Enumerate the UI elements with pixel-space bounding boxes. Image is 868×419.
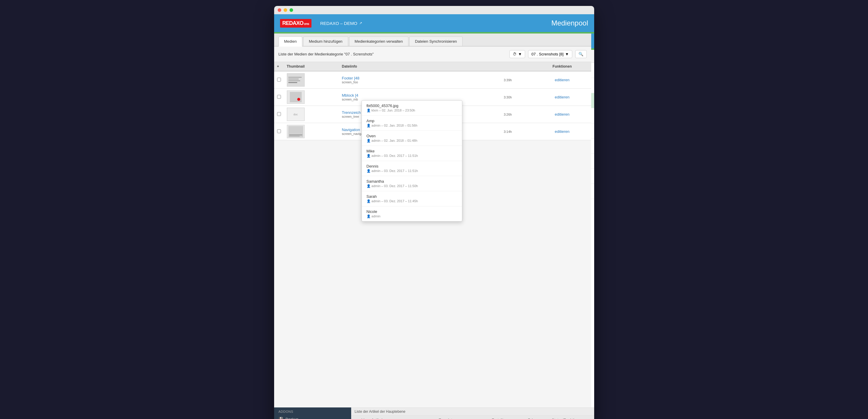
dropdown-item-name: Nicole xyxy=(367,209,457,214)
col-funktionen: Funktionen xyxy=(533,62,591,71)
dropdown-item-meta: 👤 admin – 03. Dez. 2017 – 11:50h xyxy=(367,184,457,188)
file-meta: screen_foo xyxy=(342,80,484,84)
edit-link[interactable]: editieren xyxy=(555,95,569,99)
user-icon: 👤 xyxy=(367,139,371,142)
clock-filter-button[interactable]: ⏱ ▼ xyxy=(509,50,525,58)
dropdown-item[interactable]: fbt5000_45376.jpg 👤 klxm – 02. Jun. 2018… xyxy=(362,100,462,116)
sidebar-bottom: AddOns 💾 Backup xyxy=(274,408,351,419)
app-container: REDAXOcms REDAXO – DEMO ↗ Medienpool Med… xyxy=(274,14,594,419)
file-time: 3:30h xyxy=(501,89,533,106)
list-item[interactable]: Die letzten Jahre 📁 de – 👤 admin – 11. A… xyxy=(591,154,594,169)
mac-close-button[interactable] xyxy=(278,8,281,12)
content-area: Medien Medium hinzufügen Medienkategorie… xyxy=(274,33,594,419)
dropdown-item-name: Sarah xyxy=(367,194,457,199)
edit-link[interactable]: editieren xyxy=(555,78,569,82)
media-toolbar: Liste der Medien der Medienkategorie "07… xyxy=(274,47,591,62)
thumbnail xyxy=(287,90,305,104)
backup-label: Backup xyxy=(286,417,299,419)
row-checkbox[interactable] xyxy=(277,112,281,116)
user-icon: 👤 xyxy=(367,214,371,218)
edit-link[interactable]: editieren xyxy=(555,112,569,117)
list-item[interactable]: Unterwegs auf Svalbard 📁 de – 👤 admin – … xyxy=(591,169,594,184)
col-dateiinfo: Dateiinfo xyxy=(339,62,487,71)
col-checkbox: + xyxy=(274,62,284,71)
dropdown-item-name: Oven xyxy=(367,134,457,138)
bottom-table-area: Liste der Artikel der Hauptebene + Id Ar… xyxy=(351,408,594,419)
table-header-row: + Thumbnail Dateiinfo Funktionen xyxy=(274,62,591,71)
col-time xyxy=(501,62,533,71)
sidebar-item-backup[interactable]: 💾 Backup xyxy=(274,415,351,419)
dropdown-item[interactable]: Samantha 👤 admin – 03. Dez. 2017 – 11:50… xyxy=(362,176,462,191)
dropdown-item[interactable]: Dennis 👤 admin – 03. Dez. 2017 – 11:51h xyxy=(362,161,462,176)
dropdown-item-meta: 👤 admin – 03. Dez. 2017 – 11:51h xyxy=(367,154,457,158)
thumbnail xyxy=(287,125,305,138)
list-item[interactable]: Abschnitte als Kategorien 📁 de – 👤 admin… xyxy=(591,184,594,199)
bottom-table-header: + Id Artikelname Template Erstellt Prio … xyxy=(351,416,594,419)
tab-medienkategorien[interactable]: Medienkategorien verwalten xyxy=(349,36,409,46)
thumbnail: doc xyxy=(287,108,305,121)
dropdown-item-name: fbt5000_45376.jpg xyxy=(367,103,457,108)
page-title: Medienpool xyxy=(551,19,588,27)
left-panel: Medien Medium hinzufügen Medienkategorie… xyxy=(274,33,591,419)
bottom-overlay: AddOns 💾 Backup Liste der Artikel der Ha… xyxy=(274,408,594,419)
history-dropdown: fbt5000_45376.jpg 👤 klxm – 02. Jun. 2018… xyxy=(362,100,462,221)
list-item[interactable]: Musiker 📁 de – 👤 admin – 11. Apr. 2018 –… xyxy=(591,123,594,139)
list-item[interactable]: Referenzen 📁 de – 👤 admin – 12. Apr. 201… xyxy=(591,108,594,123)
dropdown-item-name: Samantha xyxy=(367,179,457,184)
user-icon: 👤 xyxy=(367,109,371,112)
search-button[interactable]: 🔍 xyxy=(575,50,587,58)
tab-dateien-sync[interactable]: Dateien Synchronisieren xyxy=(409,36,463,46)
edit-link[interactable]: editieren xyxy=(555,129,569,134)
file-name-link[interactable]: Navigation xyxy=(342,127,360,132)
dropdown-item-meta: 👤 admin – 03. Dez. 2017 – 11:45h xyxy=(367,199,457,203)
file-time: 3:39h xyxy=(501,71,533,89)
logo-area: REDAXOcms xyxy=(280,19,311,28)
category-dropdown-label: 07 . Screnshots [8] xyxy=(531,52,563,56)
dropdown-item[interactable]: Oven 👤 admin – 02. Jan. 2018 – 01:48h xyxy=(362,131,462,146)
right-header: Angemeldet als 👤 Administrator ⎋ abmelde… xyxy=(591,33,594,48)
tabs-bar: Medien Medium hinzufügen Medienkategorie… xyxy=(274,33,591,47)
logo: REDAXOcms xyxy=(280,19,311,28)
row-checkbox[interactable] xyxy=(277,78,281,82)
mac-window: REDAXOcms REDAXO – DEMO ↗ Medienpool Med… xyxy=(274,6,594,419)
dropdown-item-name: Mike xyxy=(367,149,457,153)
file-time: 3:14h xyxy=(501,123,533,140)
dropdown-item[interactable]: Mike 👤 admin – 03. Dez. 2017 – 11:51h xyxy=(362,146,462,161)
col-thumbnail: Thumbnail xyxy=(284,62,339,71)
external-link-icon[interactable]: ↗ xyxy=(359,21,362,25)
search-icon: 🔍 xyxy=(579,52,584,56)
user-icon: 👤 xyxy=(367,199,371,203)
dropdown-item-name: Amp xyxy=(367,119,457,123)
col-empty xyxy=(487,62,501,71)
bottom-table-label: Liste der Artikel der Hauptebene xyxy=(351,408,594,416)
chevron-down-icon: ▼ xyxy=(565,52,569,56)
dropdown-item-meta: 👤 klxm – 02. Jun. 2018 – 23:50h xyxy=(367,109,457,112)
file-name-link[interactable]: Trennzeich xyxy=(342,110,361,115)
file-time: 3:26h xyxy=(501,106,533,123)
category-dropdown-button[interactable]: 07 . Screnshots [8] ▼ xyxy=(528,50,572,58)
row-checkbox[interactable] xyxy=(277,95,281,99)
chevron-down-icon: ▼ xyxy=(518,52,522,56)
list-item[interactable]: Leistungen 📁 de – 👤 admin – 13. Apr. 201… xyxy=(591,63,594,78)
category-label: Liste der Medien der Medienkategorie "07… xyxy=(279,52,507,56)
tab-medium-hinzufuegen[interactable]: Medium hinzufügen xyxy=(303,36,348,46)
row-checkbox[interactable] xyxy=(277,129,281,133)
list-item[interactable]: Start 📁 de – 👤 admin – 12. Apr. 2018 – 1… xyxy=(591,93,594,108)
right-toolbar: Homepage ▼ ⏱ ▼ ⊞ ▼ 📅 ▼ xyxy=(591,50,594,63)
file-name-link[interactable]: Mblock [4 xyxy=(342,93,358,97)
dropdown-item-meta: 👤 admin – 02. Jan. 2018 – 01:48h xyxy=(367,139,457,143)
tab-medien[interactable]: Medien xyxy=(279,36,303,47)
list-item[interactable]: Intro / Echolot 📁 de – 👤 admin – 13. Apr… xyxy=(591,78,594,93)
mac-maximize-button[interactable] xyxy=(289,8,293,12)
mac-minimize-button[interactable] xyxy=(284,8,287,12)
article-list: Leistungen 📁 de – 👤 admin – 13. Apr. 201… xyxy=(591,63,594,419)
file-name-link[interactable]: Footer [48 xyxy=(342,76,359,80)
dropdown-item[interactable]: Amp 👤 admin – 02. Jan. 2018 – 01:56h xyxy=(362,116,462,131)
dropdown-item[interactable]: Nicole 👤 admin xyxy=(362,206,462,221)
site-title: REDAXO – DEMO xyxy=(320,21,358,26)
dropdown-item-meta: 👤 admin – 02. Jan. 2018 – 01:56h xyxy=(367,124,457,127)
dropdown-item[interactable]: Sarah 👤 admin – 03. Dez. 2017 – 11:45h xyxy=(362,191,462,206)
thumbnail xyxy=(287,73,305,87)
list-item[interactable]: Abschnitte als Module 📁 de – 👤 admin – 1… xyxy=(591,139,594,154)
dropdown-item-name: Dennis xyxy=(367,164,457,169)
